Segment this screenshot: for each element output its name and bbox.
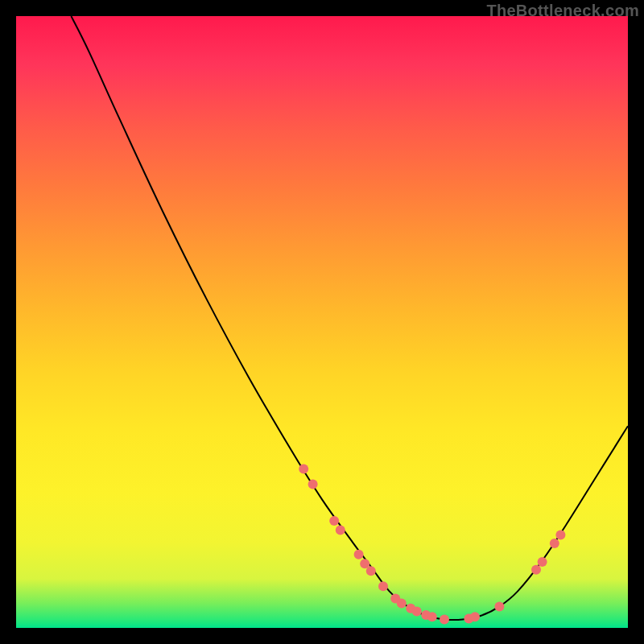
data-marker [538, 557, 547, 567]
data-marker [308, 479, 318, 489]
data-marker [336, 525, 345, 535]
data-marker [366, 566, 376, 576]
data-marker [299, 464, 308, 473]
data-marker [470, 612, 480, 621]
watermark-text: TheBottleneck.com [486, 2, 639, 20]
data-marker [550, 539, 559, 548]
chart-frame: TheBottleneck.com [0, 0, 644, 644]
data-marker [555, 530, 565, 540]
data-marker [329, 516, 339, 526]
data-marker [427, 612, 437, 621]
data-marker [440, 614, 449, 624]
data-marker [354, 550, 364, 559]
chart-svg [16, 16, 628, 628]
data-marker [531, 565, 541, 575]
plot-area [16, 16, 628, 628]
data-marker [494, 601, 504, 611]
data-marker [397, 599, 407, 609]
bottleneck-curve [71, 16, 628, 620]
data-markers [299, 464, 565, 624]
data-marker [412, 607, 422, 617]
data-marker [378, 581, 388, 591]
